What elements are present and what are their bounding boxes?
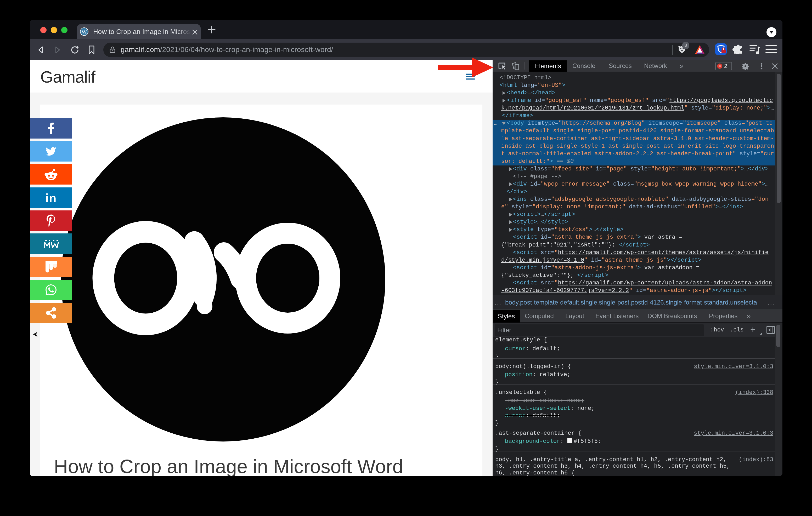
svg-text:W: W [82, 29, 87, 35]
